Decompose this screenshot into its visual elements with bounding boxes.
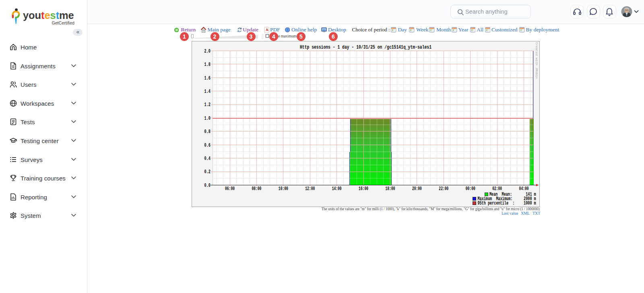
svg-text:1.8: 1.8 xyxy=(204,62,211,68)
svg-text:22:00: 22:00 xyxy=(439,186,448,192)
svg-text:14:00: 14:00 xyxy=(332,186,342,192)
svg-text:1.6: 1.6 xyxy=(204,76,211,81)
svg-text:0.8: 0.8 xyxy=(204,129,211,135)
svg-text:0.4: 0.4 xyxy=(204,156,211,162)
svg-text:10:00: 10:00 xyxy=(279,186,288,192)
svg-text:1.2: 1.2 xyxy=(204,102,211,108)
svg-text:04:00: 04:00 xyxy=(519,186,529,192)
svg-text:12:00: 12:00 xyxy=(305,186,315,192)
svg-text:0.6: 0.6 xyxy=(204,143,211,148)
svg-text:18:00: 18:00 xyxy=(386,186,395,192)
svg-text:0.0: 0.0 xyxy=(204,183,211,189)
svg-text:Http sessions - 1 day - 10/31/: Http sessions - 1 day - 10/31/25 on /gc1… xyxy=(300,44,431,50)
svg-text:0.2: 0.2 xyxy=(204,169,211,175)
svg-text:1000 m: 1000 m xyxy=(524,201,536,206)
svg-text:20:00: 20:00 xyxy=(412,186,422,192)
svg-text:16:00: 16:00 xyxy=(359,186,368,192)
svg-text:08:00: 08:00 xyxy=(252,186,261,192)
svg-text:1.4: 1.4 xyxy=(204,89,211,94)
svg-text:06:00: 06:00 xyxy=(225,186,235,192)
svg-text:2.0: 2.0 xyxy=(204,49,211,54)
svg-text:02:00: 02:00 xyxy=(492,186,502,192)
svg-text:1.0: 1.0 xyxy=(204,116,211,121)
svg-text:00:00: 00:00 xyxy=(466,186,475,192)
svg-text:95th percentile :: 95th percentile : xyxy=(477,201,514,206)
